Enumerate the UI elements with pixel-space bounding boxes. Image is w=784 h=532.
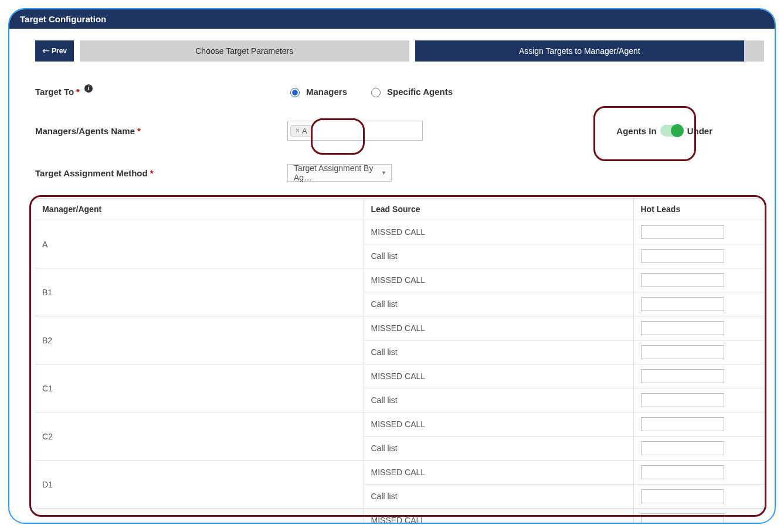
step-trail	[744, 40, 764, 62]
required-marker: *	[76, 87, 80, 97]
chevron-down-icon: ▼	[381, 170, 386, 176]
cell-hot-leads	[633, 364, 764, 388]
close-icon[interactable]: ×	[296, 127, 300, 135]
table-row: AMISSED CALL	[35, 220, 764, 244]
col-header-lead-source: Lead Source	[364, 199, 633, 220]
hot-leads-input[interactable]	[641, 513, 724, 524]
cell-hot-leads	[633, 412, 764, 436]
radio-managers[interactable]: Managers	[287, 86, 347, 97]
radio-managers-input[interactable]	[290, 88, 300, 97]
prev-button-label: Prev	[52, 47, 67, 55]
table-row: D2MISSED CALL	[35, 509, 764, 524]
radio-specific-agents[interactable]: Specific Agents	[368, 86, 453, 97]
hot-leads-input[interactable]	[641, 297, 724, 311]
toggle-knob	[671, 124, 684, 137]
hot-leads-input[interactable]	[641, 465, 724, 479]
arrow-left-icon: 🡐	[42, 47, 49, 55]
radio-specific-agents-input[interactable]	[371, 88, 381, 97]
hot-leads-input[interactable]	[641, 369, 724, 383]
cell-manager-agent: C1	[35, 364, 364, 412]
hot-leads-input[interactable]	[641, 249, 724, 263]
assignment-method-dropdown[interactable]: Target Assignment By Ag… ▼	[287, 164, 392, 182]
cell-hot-leads	[633, 292, 764, 316]
info-icon[interactable]: i	[84, 84, 93, 93]
cell-lead-source: Call list	[364, 485, 633, 509]
cell-hot-leads	[633, 436, 764, 461]
tab-assign-targets[interactable]: Assign Targets to Manager/Agent	[415, 40, 744, 62]
page-title-bar: Target Configuration	[9, 9, 775, 29]
required-marker: *	[137, 126, 141, 136]
cell-hot-leads	[633, 509, 764, 524]
cell-hot-leads	[633, 316, 764, 340]
cell-lead-source: MISSED CALL	[364, 509, 633, 524]
cell-lead-source: Call list	[364, 244, 633, 268]
cell-manager-agent: D1	[35, 461, 364, 509]
cell-lead-source: MISSED CALL	[364, 364, 633, 388]
col-header-hot-leads: Hot Leads	[633, 199, 764, 220]
cell-lead-source: MISSED CALL	[364, 412, 633, 436]
cell-lead-source: MISSED CALL	[364, 268, 633, 292]
cell-lead-source: MISSED CALL	[364, 316, 633, 340]
tab-choose-parameters[interactable]: Choose Target Parameters	[80, 40, 409, 62]
name-chip[interactable]: × A	[290, 125, 313, 137]
table-row: D1MISSED CALL	[35, 461, 764, 485]
hot-leads-input[interactable]	[641, 225, 724, 239]
hot-leads-input[interactable]	[641, 273, 724, 287]
hot-leads-input[interactable]	[641, 345, 724, 359]
cell-manager-agent: C2	[35, 412, 364, 461]
managers-name-label: Managers/Agents Name *	[35, 126, 287, 136]
cell-hot-leads	[633, 485, 764, 509]
target-to-label: Target To * i	[35, 87, 287, 97]
cell-manager-agent: D2	[35, 509, 364, 524]
cell-hot-leads	[633, 340, 764, 364]
table-row: C1MISSED CALL	[35, 364, 764, 388]
managers-name-text-input[interactable]	[313, 122, 420, 139]
table-row: B1MISSED CALL	[35, 268, 764, 292]
page-title: Target Configuration	[20, 14, 106, 24]
cell-hot-leads	[633, 268, 764, 292]
col-header-manager: Manager/Agent	[35, 199, 364, 220]
cell-hot-leads	[633, 220, 764, 244]
cell-hot-leads	[633, 388, 764, 412]
required-marker: *	[150, 168, 154, 178]
cell-lead-source: Call list	[364, 436, 633, 461]
table-row: B2MISSED CALL	[35, 316, 764, 340]
app-frame: Target Configuration 🡐 Prev Choose Targe…	[8, 8, 776, 524]
targets-table: Manager/Agent Lead Source Hot Leads AMIS…	[35, 199, 764, 524]
toggle-switch[interactable]	[660, 125, 684, 137]
hot-leads-input[interactable]	[641, 321, 724, 335]
cell-hot-leads	[633, 461, 764, 485]
cell-manager-agent: B1	[35, 268, 364, 316]
table-row: C2MISSED CALL	[35, 412, 764, 436]
hot-leads-input[interactable]	[641, 393, 724, 407]
wizard-steps: 🡐 Prev Choose Target Parameters Assign T…	[35, 40, 764, 62]
cell-lead-source: Call list	[364, 388, 633, 412]
cell-lead-source: MISSED CALL	[364, 220, 633, 244]
cell-manager-agent: A	[35, 220, 364, 268]
cell-lead-source: Call list	[364, 292, 633, 316]
prev-button[interactable]: 🡐 Prev	[35, 40, 74, 62]
managers-name-input[interactable]: × A	[287, 121, 423, 141]
agents-in-under-toggle: Agents In Under	[616, 125, 712, 137]
hot-leads-input[interactable]	[641, 489, 724, 503]
cell-hot-leads	[633, 244, 764, 268]
cell-lead-source: MISSED CALL	[364, 461, 633, 485]
cell-lead-source: Call list	[364, 340, 633, 364]
hot-leads-input[interactable]	[641, 417, 724, 431]
hot-leads-input[interactable]	[641, 441, 724, 455]
assignment-method-label: Target Assignment Method *	[35, 168, 287, 178]
cell-manager-agent: B2	[35, 316, 364, 364]
